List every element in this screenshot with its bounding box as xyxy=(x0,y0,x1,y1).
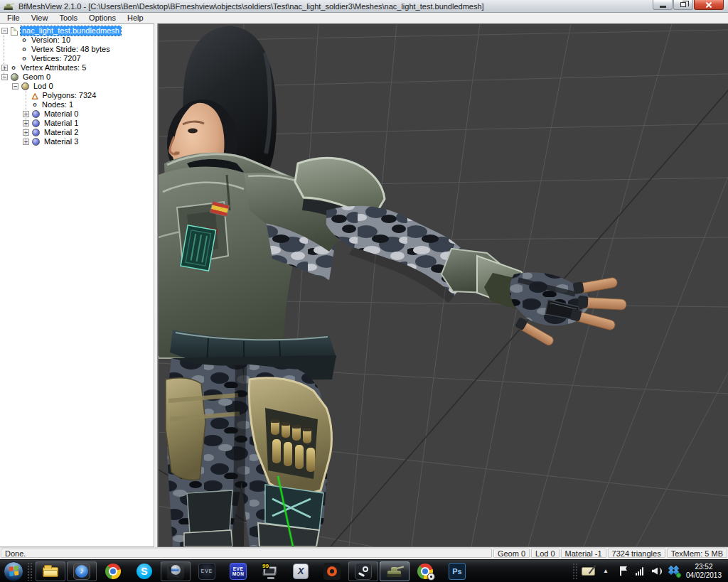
collapse-icon[interactable]: − xyxy=(1,74,8,80)
taskbar-grip xyxy=(27,562,33,581)
status-lod: Lod 0 xyxy=(531,549,560,558)
tank-icon xyxy=(385,564,404,578)
minimize-icon xyxy=(660,6,666,8)
app-window: BfMeshView 2.1.0 - [C:\Users\Ben\Desktop… xyxy=(0,0,728,582)
restore-button[interactable] xyxy=(673,0,693,10)
system-tray: ▲ 23:52 04/02/2013 xyxy=(572,560,727,582)
property-icon: o xyxy=(21,55,27,62)
taskbar-xfire[interactable]: X xyxy=(286,561,316,581)
taskbar-performance-meter[interactable]: 99 xyxy=(255,561,284,581)
tree-label-root[interactable]: nac_light_test.bundledmesh xyxy=(21,26,121,36)
taskbar-skype[interactable]: S xyxy=(129,561,159,581)
tree-row-nodes[interactable]: o Nodes: 1 xyxy=(0,100,154,109)
tree-row-vertices[interactable]: o Vertices: 7207 xyxy=(0,54,154,63)
tree-row-polygons[interactable]: △ Polygons: 7324 xyxy=(0,91,154,100)
explorer-folder-icon xyxy=(43,566,58,577)
monitor-icon: 99 xyxy=(261,563,278,580)
close-icon xyxy=(705,1,712,9)
property-icon: o xyxy=(21,37,27,43)
tree-row-lod0[interactable]: − Lod 0 xyxy=(0,82,154,91)
evemon-icon: EVEMON xyxy=(230,563,247,580)
tree-row-material0[interactable]: + Material 0 xyxy=(0,109,154,119)
material-sphere-icon xyxy=(32,138,40,146)
material-sphere-icon xyxy=(32,110,40,118)
skype-icon: S xyxy=(136,564,152,579)
status-texmem: TexMem: 5 MB xyxy=(667,549,727,558)
window-title: BfMeshView 2.1.0 - [C:\Users\Ben\Desktop… xyxy=(18,2,484,11)
taskbar-chrome-football[interactable] xyxy=(411,561,441,581)
minimize-button[interactable] xyxy=(653,0,673,10)
chrome-football-icon xyxy=(417,563,434,580)
title-bar: BfMeshView 2.1.0 - [C:\Users\Ben\Desktop… xyxy=(0,0,728,13)
taskbar-steam[interactable] xyxy=(348,561,378,581)
network-icon[interactable] xyxy=(633,563,647,580)
performance-badge: 99 xyxy=(262,563,269,569)
tree-row-material3[interactable]: + Material 3 xyxy=(0,137,154,146)
windows-orb-icon xyxy=(4,561,23,581)
menu-view[interactable]: View xyxy=(26,13,54,23)
pen-tablet-tray-icon[interactable] xyxy=(582,563,596,580)
origin-icon xyxy=(323,563,341,580)
3d-viewport[interactable]: 001 xyxy=(158,23,728,547)
eve-online-icon: EVE xyxy=(198,563,215,580)
chrome-icon xyxy=(105,564,121,579)
itunes-icon: ♪ xyxy=(73,563,90,580)
taskbar-explorer[interactable] xyxy=(36,561,65,581)
tree-row-vertex-stride[interactable]: o Vertex Stride: 48 bytes xyxy=(0,45,154,54)
property-icon: o xyxy=(32,102,38,108)
start-button[interactable] xyxy=(1,561,26,582)
menu-help[interactable]: Help xyxy=(122,13,149,23)
tray-grip xyxy=(572,563,578,580)
taskbar-photoshop[interactable]: Ps xyxy=(442,561,472,581)
tree-row-material2[interactable]: + Material 2 xyxy=(0,128,154,137)
lod-sphere-icon xyxy=(21,82,29,90)
tree-guide-line xyxy=(26,91,26,141)
taskbar-teamspeak[interactable] xyxy=(161,561,191,581)
taskbar-clock[interactable]: 23:52 04/02/2013 xyxy=(682,563,727,580)
photoshop-icon: Ps xyxy=(449,563,466,580)
status-geom: Geom 0 xyxy=(493,549,530,558)
action-center-icon[interactable] xyxy=(616,563,630,580)
collapse-icon[interactable]: − xyxy=(12,83,18,90)
dropbox-icon[interactable] xyxy=(667,563,681,580)
taskbar: ♪ S EVE EVEMON 99 X Ps ▲ xyxy=(0,559,728,582)
taskbar-evemon[interactable]: EVEMON xyxy=(223,561,253,581)
tree-row-root[interactable]: − nac_light_test.bundledmesh xyxy=(0,26,154,36)
tree-guide-line xyxy=(4,36,4,77)
document-icon xyxy=(11,27,18,36)
property-icon: o xyxy=(21,46,27,53)
taskbar-origin[interactable] xyxy=(317,561,347,581)
taskbar-chrome[interactable] xyxy=(98,561,128,581)
headset-avatar-icon xyxy=(167,563,184,580)
collapse-icon[interactable]: − xyxy=(1,28,8,34)
expand-icon[interactable]: + xyxy=(1,65,8,71)
restore-icon xyxy=(680,2,686,7)
taskbar-itunes[interactable]: ♪ xyxy=(67,561,97,581)
up-arrow-icon: ▲ xyxy=(603,568,609,574)
close-button[interactable] xyxy=(694,0,724,10)
volume-icon[interactable] xyxy=(650,563,664,580)
show-hidden-icons-button[interactable]: ▲ xyxy=(599,563,613,580)
status-bar: Done. Geom 0 Lod 0 Material -1 7324 tria… xyxy=(0,547,728,559)
tree-row-geom0[interactable]: − Geom 0 xyxy=(0,72,154,82)
mesh-tree-panel: − nac_light_test.bundledmesh o Version: … xyxy=(0,23,154,547)
model-canvas[interactable]: 001 xyxy=(159,24,728,546)
tree-row-version[interactable]: o Version: 10 xyxy=(0,36,154,45)
tree-row-vertex-attributes[interactable]: + o Vertex Attributes: 5 xyxy=(0,63,154,72)
clock-date: 04/02/2013 xyxy=(686,571,722,580)
clock-time: 23:52 xyxy=(686,563,722,571)
geom-sphere-icon xyxy=(11,73,18,81)
polygons-triangle-icon: △ xyxy=(32,92,38,99)
menu-options[interactable]: Options xyxy=(83,13,122,23)
material-sphere-icon xyxy=(32,129,40,136)
status-message: Done. xyxy=(1,549,492,558)
taskbar-bfmeshview-active[interactable] xyxy=(380,561,410,581)
menu-bar: File View Tools Options Help xyxy=(0,13,728,23)
tree-row-material1[interactable]: + Material 1 xyxy=(0,119,154,128)
status-material: Material -1 xyxy=(561,549,606,558)
app-tank-icon xyxy=(3,1,11,10)
xfire-icon: X xyxy=(293,564,309,579)
menu-tools[interactable]: Tools xyxy=(53,13,83,23)
taskbar-eve-online[interactable]: EVE xyxy=(192,561,222,581)
menu-file[interactable]: File xyxy=(1,13,26,23)
